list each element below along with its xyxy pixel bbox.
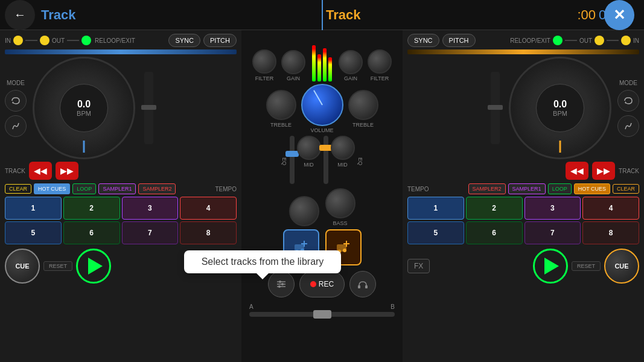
play-button-right[interactable] xyxy=(533,249,568,284)
pad-4-right[interactable]: 4 xyxy=(582,197,639,220)
connector-left-1 xyxy=(25,40,37,41)
pad-6-left[interactable]: 6 xyxy=(63,221,120,244)
svg-rect-17 xyxy=(358,285,360,288)
waveform-left xyxy=(5,49,237,54)
pad-8-left[interactable]: 8 xyxy=(180,221,237,244)
pad-5-right[interactable]: 5 xyxy=(407,221,464,244)
filter-knob-right-container: FILTER xyxy=(368,49,392,81)
volume-knob[interactable] xyxy=(301,84,343,126)
deck-right: IN OUT RELOOP/EXIT SYNC PITCH MODE xyxy=(403,30,644,362)
pitch-fader-left[interactable] xyxy=(144,72,153,144)
reset-button-right[interactable]: RESET xyxy=(572,261,601,271)
center-divider xyxy=(322,0,323,30)
pad-1-right[interactable]: 1 xyxy=(407,197,464,220)
mode-label-left: MODE xyxy=(7,80,25,86)
reloop-label-right: RELOOP/EXIT xyxy=(510,37,550,44)
out-led-right xyxy=(595,36,604,45)
clear-button-left[interactable]: CLEAR xyxy=(5,184,31,194)
hot-cues-tab-right[interactable]: HOT CUES xyxy=(574,183,610,194)
treble-knob-right[interactable] xyxy=(348,90,378,120)
sampler1-tab-left[interactable]: SAMPLER1 xyxy=(98,183,136,194)
svg-point-15 xyxy=(281,283,284,285)
out-label-left: OUT xyxy=(52,37,65,44)
jog-indicator-right xyxy=(560,141,561,153)
prev-track-button-right[interactable]: ◀◀ xyxy=(566,162,588,180)
pad-2-right[interactable]: 2 xyxy=(466,197,523,220)
treble-knob-left[interactable] xyxy=(266,90,296,120)
crossfader-handle[interactable] xyxy=(313,310,331,319)
track-label-left: Track xyxy=(41,7,76,23)
mode-btn-scratch-right[interactable] xyxy=(617,115,639,137)
mid-knob-left[interactable] xyxy=(297,136,321,160)
loop-tab-left[interactable]: LOOP xyxy=(72,183,96,194)
sampler2-tab-left[interactable]: SAMPLER2 xyxy=(138,183,176,194)
play-icon-left xyxy=(88,258,103,275)
close-button[interactable]: ✕ xyxy=(604,0,634,30)
mode-btn-loop-right[interactable] xyxy=(617,90,639,112)
pad-3-right[interactable]: 3 xyxy=(524,197,581,220)
cue-button-right[interactable]: CUE xyxy=(604,249,639,284)
cue-button-left[interactable]: CUE xyxy=(5,249,40,284)
mixer-top-knobs: FILTER GAIN GAIN FILTER xyxy=(244,30,400,81)
volume-needle xyxy=(313,90,323,105)
play-button-left[interactable] xyxy=(76,249,111,284)
pad-2-left[interactable]: 2 xyxy=(63,197,120,220)
pad-4-left[interactable]: 4 xyxy=(180,197,237,220)
mode-btn-scratch-left[interactable] xyxy=(5,115,27,137)
gain-knob-left[interactable] xyxy=(281,50,305,74)
pad-8-right[interactable]: 8 xyxy=(582,221,639,244)
pitch-fader-right[interactable] xyxy=(491,72,500,144)
mid-knob-right[interactable] xyxy=(331,136,355,160)
sampler1-tab-right[interactable]: SAMPLER1 xyxy=(508,183,546,194)
next-track-button-right[interactable]: ▶▶ xyxy=(592,162,615,180)
mode-label-right: MODE xyxy=(619,80,637,86)
mixer-icon xyxy=(276,279,287,290)
mixer-settings-button[interactable] xyxy=(268,271,295,297)
pitch-button-right[interactable]: PITCH xyxy=(442,34,476,47)
sync-button-left[interactable]: SYNC xyxy=(168,34,200,47)
crossfader-a-label: A xyxy=(249,303,253,310)
channel-fader-left-handle[interactable] xyxy=(285,151,299,157)
loop-tab-right[interactable]: LOOP xyxy=(548,183,572,194)
green-led-right xyxy=(553,36,563,45)
pad-6-right[interactable]: 6 xyxy=(466,221,523,244)
main-layout: IN OUT RELOOP/EXIT SYNC PITCH MODE xyxy=(0,30,644,362)
pad-5-left[interactable]: 5 xyxy=(5,221,62,244)
scratch-icon-left xyxy=(10,121,21,132)
bpm-value-right: 0.0 xyxy=(553,99,567,110)
jog-wheel-left[interactable]: 0.0 BPM xyxy=(33,57,135,159)
vu-bar-4 xyxy=(328,57,332,81)
crossfader-track[interactable] xyxy=(249,312,395,317)
sync-button-right[interactable]: SYNC xyxy=(407,34,439,47)
pad-7-left[interactable]: 7 xyxy=(122,221,179,244)
jog-indicator-left xyxy=(83,141,85,153)
next-track-button-left[interactable]: ▶▶ xyxy=(56,162,78,180)
pitch-button-left[interactable]: PITCH xyxy=(203,34,237,47)
pad-3-left[interactable]: 3 xyxy=(122,197,179,220)
jog-center-right: 0.0 BPM xyxy=(536,84,584,132)
pad-1-left[interactable]: 1 xyxy=(5,197,62,220)
rec-button[interactable]: REC xyxy=(299,271,345,297)
pitch-handle-left xyxy=(141,105,156,110)
filter-knob-right[interactable] xyxy=(368,49,392,74)
reset-button-left[interactable]: RESET xyxy=(43,261,72,271)
filter-knob-left[interactable] xyxy=(252,49,276,74)
headphone-button[interactable] xyxy=(349,271,376,297)
filter-knob-left-container: FILTER xyxy=(252,49,276,81)
pad-7-right[interactable]: 7 xyxy=(524,221,581,244)
mode-btn-loop-left[interactable] xyxy=(5,90,27,112)
clear-button-right[interactable]: CLEAR xyxy=(613,184,639,194)
back-button[interactable]: ← xyxy=(5,0,35,30)
svg-point-14 xyxy=(279,281,281,283)
deck-left: IN OUT RELOOP/EXIT SYNC PITCH MODE xyxy=(0,30,241,362)
vu-meters xyxy=(312,33,332,81)
bass-knob-right[interactable] xyxy=(325,188,355,218)
bass-knob-left[interactable] xyxy=(289,196,319,226)
sampler2-tab-right[interactable]: SAMPLER2 xyxy=(468,183,506,194)
vu-bar-3 xyxy=(323,48,327,81)
fx-button-right[interactable]: FX xyxy=(407,259,430,273)
prev-track-button-left[interactable]: ◀◀ xyxy=(29,162,52,180)
gain-knob-right[interactable] xyxy=(339,50,363,74)
jog-wheel-right[interactable]: 0.0 BPM xyxy=(509,57,611,159)
hot-cues-tab-left[interactable]: HOT CUES xyxy=(34,183,70,194)
